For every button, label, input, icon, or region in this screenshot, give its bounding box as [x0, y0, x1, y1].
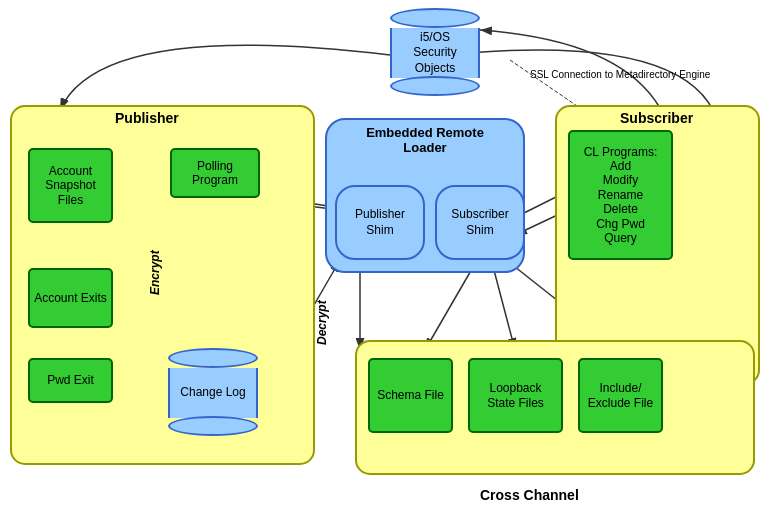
- schema-file-label: Schema File: [377, 388, 444, 402]
- encrypt-label: Encrypt: [148, 250, 162, 295]
- cylinder-body: i5/OS Security Objects: [390, 28, 480, 78]
- publisher-shim-label: Publisher Shim: [341, 207, 419, 238]
- main-diagram: Publisher Subscriber Cross Channel i5/OS…: [0, 0, 770, 512]
- account-exits-box: Account Exits: [28, 268, 113, 328]
- polling-program-box: Polling Program: [170, 148, 260, 198]
- change-log-cylinder-bottom: [168, 416, 258, 436]
- embedded-remote-loader-label: Embedded Remote Loader: [365, 125, 485, 155]
- i5os-cylinder: i5/OS Security Objects: [390, 8, 480, 96]
- subscriber-shim-label: Subscriber Shim: [441, 207, 519, 238]
- account-exits-label: Account Exits: [34, 291, 107, 305]
- change-log-label: Change Log: [180, 385, 245, 401]
- cylinder-top: [390, 8, 480, 28]
- loopback-state-box: Loopback State Files: [468, 358, 563, 433]
- cl-programs-label: CL Programs: Add Modify Rename Delete Ch…: [584, 145, 658, 246]
- i5os-label: i5/OS Security Objects: [413, 30, 456, 77]
- publisher-shim-box: Publisher Shim: [335, 185, 425, 260]
- decrypt-label: Decrypt: [315, 300, 329, 345]
- change-log-cylinder-top: [168, 348, 258, 368]
- change-log-cylinder: Change Log: [168, 348, 258, 436]
- cross-channel-label: Cross Channel: [480, 487, 579, 503]
- ssl-note: SSL Connection to Metadirectory Engine: [530, 68, 710, 81]
- pwd-exit-box: Pwd Exit: [28, 358, 113, 403]
- include-exclude-box: Include/ Exclude File: [578, 358, 663, 433]
- cl-programs-box: CL Programs: Add Modify Rename Delete Ch…: [568, 130, 673, 260]
- account-snapshot-label: Account Snapshot Files: [34, 164, 107, 207]
- schema-file-box: Schema File: [368, 358, 453, 433]
- account-snapshot-box: Account Snapshot Files: [28, 148, 113, 223]
- subscriber-label: Subscriber: [620, 110, 693, 126]
- subscriber-shim-box: Subscriber Shim: [435, 185, 525, 260]
- pwd-exit-label: Pwd Exit: [47, 373, 94, 387]
- change-log-cylinder-body: Change Log: [168, 368, 258, 418]
- cylinder-bottom: [390, 76, 480, 96]
- polling-program-label: Polling Program: [176, 159, 254, 188]
- publisher-label: Publisher: [115, 110, 179, 126]
- include-exclude-label: Include/ Exclude File: [584, 381, 657, 410]
- loopback-state-label: Loopback State Files: [474, 381, 557, 410]
